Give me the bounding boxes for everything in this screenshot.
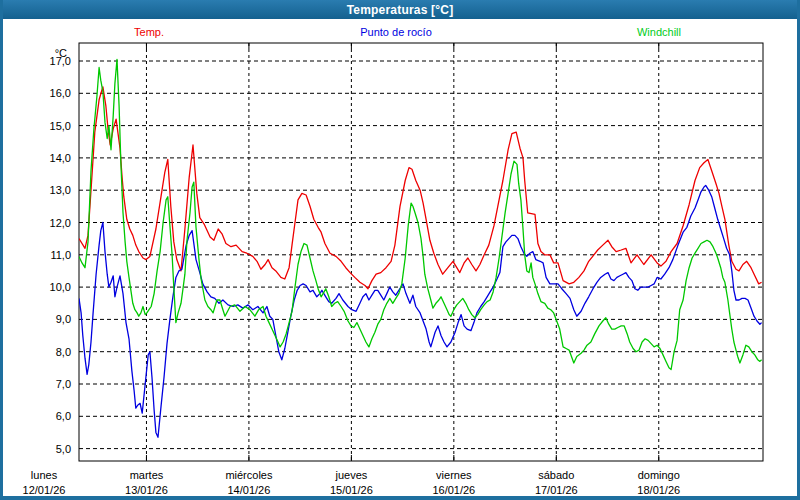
- x-date-label: 12/01/26: [23, 484, 66, 496]
- x-day-label: miércoles: [225, 469, 273, 481]
- y-tick-label: 16,0: [50, 87, 71, 99]
- x-day-label: domingo: [638, 469, 680, 481]
- x-day-label: sábado: [538, 469, 574, 481]
- y-tick-label: 6,0: [56, 410, 71, 422]
- x-date-label: 16/01/26: [432, 484, 475, 496]
- y-tick-label: 9,0: [56, 313, 71, 325]
- x-date-label: 13/01/26: [125, 484, 168, 496]
- x-day-label: viernes: [436, 469, 472, 481]
- y-gridlines: 17,016,015,014,013,012,011,010,09,08,07,…: [50, 55, 763, 455]
- x-date-label: 18/01/26: [637, 484, 680, 496]
- plot-frame: [79, 43, 763, 461]
- y-tick-label: 12,0: [50, 217, 71, 229]
- x-gridlines-and-labels: lunes12/01/26martes13/01/26miércoles14/0…: [23, 43, 681, 496]
- y-tick-label: 14,0: [50, 152, 71, 164]
- x-day-label: lunes: [31, 469, 58, 481]
- x-date-label: 17/01/26: [535, 484, 578, 496]
- y-tick-label: 13,0: [50, 184, 71, 196]
- x-date-label: 15/01/26: [330, 484, 373, 496]
- x-day-label: martes: [130, 469, 164, 481]
- y-axis-unit-label: °C: [55, 47, 67, 59]
- y-tick-label: 8,0: [56, 346, 71, 358]
- temperature-plot: 17,016,015,014,013,012,011,010,09,08,07,…: [3, 0, 800, 500]
- temperature-chart-window: Temperaturas [°C] Temp. Punto de rocío W…: [0, 0, 800, 500]
- x-date-label: 14/01/26: [228, 484, 271, 496]
- x-day-label: jueves: [334, 469, 367, 481]
- y-tick-label: 10,0: [50, 281, 71, 293]
- y-tick-label: 5,0: [56, 443, 71, 455]
- y-tick-label: 11,0: [50, 249, 71, 261]
- y-tick-label: 15,0: [50, 120, 71, 132]
- y-tick-label: 7,0: [56, 378, 71, 390]
